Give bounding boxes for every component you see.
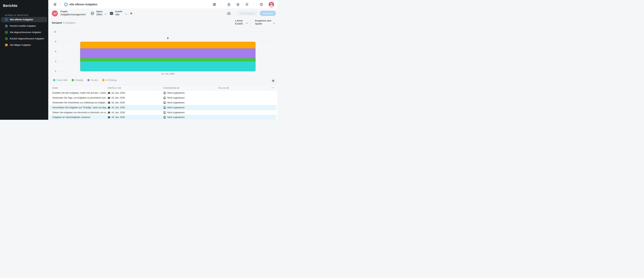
group-by-dropdown-value: Spalte: [255, 22, 271, 25]
column-header-assignee[interactable]: ZUGEWIESEN AN: [163, 87, 180, 89]
sidebar-item-alle-faelligen-aufgaben[interactable]: Alle fälligen Aufgaben: [1, 42, 47, 48]
legend-dot: [102, 79, 104, 81]
table-header: NAME ERSTELLT AM ZUGEWIESEN AN FÄLLIG AM…: [48, 85, 277, 90]
created-filter-label: Erstellt: [115, 10, 122, 13]
filter-bar: Projekt Aufgabenmanagement Status Offen: [48, 9, 277, 18]
bar-segment-to-dos: [80, 48, 256, 58]
column-header-due[interactable]: FÄLLIG AM: [218, 87, 229, 89]
sidebar-item-label: Alle offenen Aufgaben: [10, 18, 33, 21]
reset-button[interactable]: Zurücksetzen: [237, 11, 258, 16]
stacked-bar-chart: 12 9 6 3 0 9 16. Jan. 2026 Erste Hilfe E…: [48, 27, 277, 85]
svg-text:?: ?: [261, 3, 262, 5]
bar-segment-in-prüfung: [80, 42, 256, 48]
created-filter-value: Alle: [115, 13, 122, 16]
project-filter[interactable]: Projekt Aufgabenmanagement: [60, 10, 86, 16]
task-name: Verwenden Sie Tags, um Aufgaben zu prior…: [52, 97, 108, 99]
my-tasks-check-icon[interactable]: [236, 3, 240, 6]
export-cloud-download-icon[interactable]: [227, 11, 231, 15]
table-row[interactable]: Verschieben Sie Aufgaben auf "Erledigt",…: [48, 105, 277, 110]
legend-label: In Prüfung: [106, 79, 116, 81]
bar-segment-erste-hilfe: [80, 61, 256, 71]
assignee-avatar-icon: [163, 91, 166, 94]
completed-check-icon: [5, 31, 8, 34]
chart-header-divider: [250, 20, 250, 26]
sidebar-item-label: Kürzlich erstellte Aufgaben: [10, 25, 36, 27]
legend-item-erste-hilfe: Erste Hilfe: [53, 79, 67, 81]
sidebar: Berichte SCHNELLE BERICHTE Alle offenen …: [0, 0, 48, 120]
x-axis-dropdown[interactable]: x-Achse Erstellt: [235, 19, 243, 25]
table-row[interactable]: Verwenden Sie Checklisten zur Aufteilung…: [48, 100, 277, 105]
task-assignee: Nicht zugewiesen: [167, 106, 184, 109]
collapse-sidebar-icon[interactable]: [53, 2, 57, 6]
status-filter[interactable]: Status Offen: [96, 10, 102, 16]
chevron-down-icon: [273, 21, 275, 23]
task-name: Erstellen Sie hier Aufgaben, indem Sie a…: [52, 92, 108, 94]
created-filter-calendar-icon: [109, 11, 114, 15]
sidebar-item-kuerzlich-abgeschlossene-aufgaben[interactable]: Kürzlich abgeschlossene Aufgaben: [1, 36, 47, 41]
open-tasks-circle-icon: [5, 18, 8, 21]
chevron-down-icon: [84, 12, 86, 14]
chart-header: Gesamt 9 Aufgaben x-Achse Erstellt Grupp…: [48, 18, 277, 27]
task-assignee: Nicht zugewiesen: [167, 101, 184, 104]
collapse-chart-button[interactable]: [270, 78, 276, 84]
column-header-name[interactable]: NAME: [52, 87, 58, 89]
time-tracking-icon[interactable]: [227, 3, 231, 6]
topbar-actions-divider-2: [254, 2, 254, 6]
notifications-bell-icon[interactable]: [245, 3, 249, 6]
table-row[interactable]: Erstellen Sie hier Aufgaben, indem Sie a…: [48, 90, 277, 95]
legend-dot: [72, 79, 74, 81]
table-row[interactable]: Ziehen Sie Aufgaben von Abschnitt zu Abs…: [48, 110, 277, 115]
table-options-ellipsis-icon[interactable]: ···: [272, 86, 275, 89]
task-created-date: 16. Jan. 2026: [112, 101, 125, 104]
help-icon[interactable]: ?: [260, 3, 263, 6]
bar-total-label: 9: [80, 37, 256, 39]
members-icon[interactable]: [212, 3, 216, 6]
stacked-bar[interactable]: [80, 42, 256, 71]
y-tick-label: 12: [48, 30, 56, 33]
y-tick-label: 6: [48, 50, 56, 53]
group-by-dropdown[interactable]: Gruppieren nach Spalte: [255, 19, 271, 25]
save-button[interactable]: Speichern: [260, 11, 276, 16]
column-divider: [159, 86, 159, 90]
column-header-created[interactable]: ERSTELLT AM: [108, 87, 121, 89]
sidebar-item-alle-abgeschlossenen-aufgaben[interactable]: Alle abgeschlossenen Aufgaben: [1, 30, 47, 35]
assignee-avatar-icon: [163, 111, 166, 114]
x-axis-dropdown-value: Erstellt: [235, 22, 243, 25]
user-avatar[interactable]: [268, 2, 274, 7]
sidebar-title: Berichte: [3, 4, 18, 8]
calendar-icon: [108, 101, 110, 104]
project-filter-value: Aufgabenmanagement: [60, 13, 86, 16]
chevron-down-icon: [104, 12, 107, 14]
topbar-actions-divider: [222, 2, 222, 6]
topbar-actions: ?: [212, 0, 274, 9]
chart-subtitle: 9 Aufgaben: [63, 21, 76, 24]
task-assignee: Nicht zugewiesen: [167, 92, 184, 94]
report-circle-icon: [64, 2, 68, 6]
table-row[interactable]: Aufgaben an Teammitglieder zuweisen 16. …: [48, 115, 277, 120]
task-created-date: 16. Jan. 2026: [112, 111, 125, 114]
legend-label: Erledigt: [75, 79, 83, 81]
app-root: Berichte SCHNELLE BERICHTE Alle offenen …: [0, 0, 277, 120]
group-by-dropdown-label: Gruppieren nach: [255, 19, 271, 22]
task-created-date: 16. Jan. 2026: [112, 116, 125, 118]
chevron-down-icon: [246, 21, 248, 23]
filter-divider: [87, 11, 88, 16]
add-filter-plus-icon[interactable]: [130, 12, 133, 15]
x-axis-dropdown-label: x-Achse: [235, 19, 243, 22]
table-body: Erstellen Sie hier Aufgaben, indem Sie a…: [48, 90, 277, 120]
status-filter-value: Offen: [96, 13, 102, 16]
column-divider: [105, 86, 105, 90]
calendar-icon: [108, 111, 110, 114]
table-row[interactable]: Verwenden Sie Tags, um Aufgaben zu prior…: [48, 95, 277, 100]
sidebar-item-kuerzlich-erstellte-aufgaben[interactable]: Kürzlich erstellte Aufgaben: [1, 23, 47, 29]
sidebar-item-label: Alle abgeschlossenen Aufgaben: [10, 31, 41, 33]
legend-label: Erste Hilfe: [57, 79, 67, 81]
task-assignee: Nicht zugewiesen: [167, 97, 184, 99]
x-tick-label: 16. Jan. 2026: [80, 73, 256, 75]
sidebar-item-alle-offenen-aufgaben[interactable]: Alle offenen Aufgaben: [1, 17, 47, 22]
y-tick-label: 0: [48, 70, 56, 73]
y-tick-label: 9: [48, 40, 56, 43]
calendar-icon: [108, 106, 110, 109]
created-filter[interactable]: Erstellt Alle: [115, 10, 122, 16]
sidebar-section-label: SCHNELLE BERICHTE: [5, 14, 28, 16]
